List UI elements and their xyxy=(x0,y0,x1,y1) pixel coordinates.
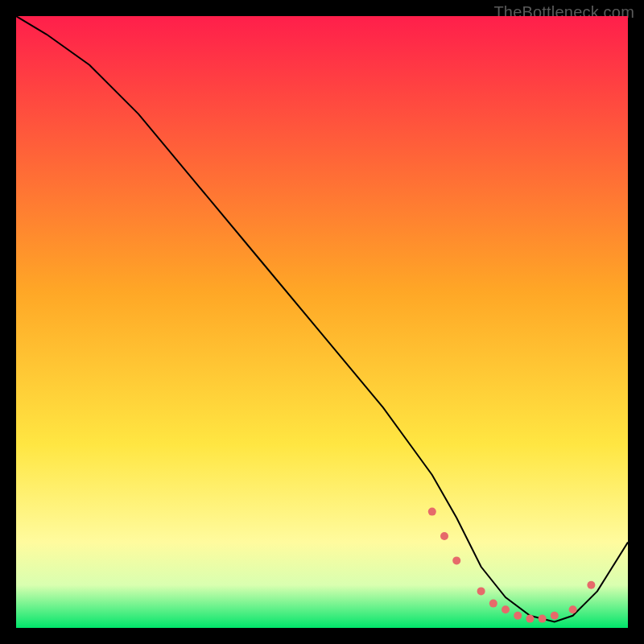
highlight-point xyxy=(539,615,547,623)
chart-frame: TheBottleneck.com xyxy=(0,0,644,644)
gradient-background xyxy=(16,16,628,628)
highlight-point xyxy=(569,605,577,613)
highlight-point xyxy=(452,556,460,564)
highlight-point xyxy=(502,605,510,613)
highlight-point xyxy=(526,615,534,623)
highlight-point xyxy=(514,612,522,620)
highlight-point xyxy=(551,612,559,620)
plot-area xyxy=(16,16,628,628)
highlight-point xyxy=(428,508,436,516)
highlight-point xyxy=(587,581,595,589)
highlight-point xyxy=(489,600,497,608)
plot-svg xyxy=(16,16,628,628)
highlight-point xyxy=(477,587,485,595)
highlight-point xyxy=(440,532,448,540)
